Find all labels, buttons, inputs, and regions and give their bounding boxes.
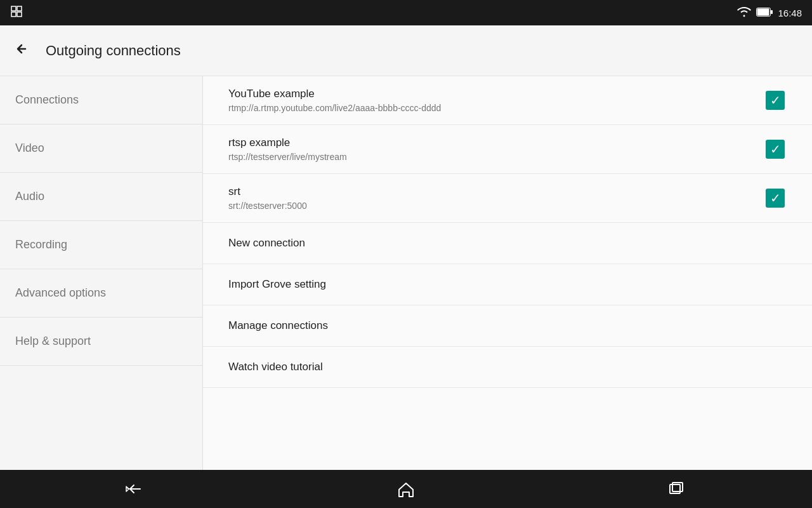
checkbox-youtube[interactable]: ✓ xyxy=(764,89,787,112)
sidebar: Connections Video Audio Recording Advanc… xyxy=(0,76,203,470)
app-notification-icon xyxy=(10,5,23,20)
app-bar: Outgoing connections xyxy=(0,25,812,76)
connection-item-rtsp[interactable]: rtsp example rtsp://testserver/live/myst… xyxy=(203,125,812,174)
connection-url-srt: srt://testserver:5000 xyxy=(228,201,764,211)
action-label-manage-connections: Manage connections xyxy=(228,319,328,332)
sidebar-item-video[interactable]: Video xyxy=(0,124,202,173)
sidebar-label-connections: Connections xyxy=(15,93,79,107)
sidebar-label-advanced-options: Advanced options xyxy=(15,286,106,300)
sidebar-item-help-support[interactable]: Help & support xyxy=(0,318,202,366)
svg-rect-1 xyxy=(17,6,22,11)
nav-home-button[interactable] xyxy=(387,476,425,502)
action-item-import-grove[interactable]: Import Grove setting xyxy=(203,264,812,305)
action-label-import-grove: Import Grove setting xyxy=(228,278,326,291)
connection-item-youtube[interactable]: YouTube example rtmp://a.rtmp.youtube.co… xyxy=(203,76,812,125)
sidebar-label-audio: Audio xyxy=(15,190,44,203)
svg-rect-2 xyxy=(11,12,16,17)
checkbox-checked-youtube: ✓ xyxy=(766,91,785,110)
bottom-nav xyxy=(0,470,812,508)
sidebar-item-advanced-options[interactable]: Advanced options xyxy=(0,269,202,318)
connection-url-rtsp: rtsp://testserver/live/mystream xyxy=(228,152,764,162)
page-title: Outgoing connections xyxy=(46,43,181,59)
connection-info-youtube: YouTube example rtmp://a.rtmp.youtube.co… xyxy=(228,88,764,113)
connection-name-rtsp: rtsp example xyxy=(228,137,764,149)
connection-name-srt: srt xyxy=(228,185,764,198)
checkbox-rtsp[interactable]: ✓ xyxy=(764,138,787,161)
main-layout: Connections Video Audio Recording Advanc… xyxy=(0,76,812,470)
wifi-icon xyxy=(737,7,751,19)
battery-icon xyxy=(756,8,773,18)
nav-back-button[interactable] xyxy=(116,476,154,502)
sidebar-label-recording: Recording xyxy=(15,238,67,251)
action-label-new-connection: New connection xyxy=(228,237,305,250)
checkmark-rtsp: ✓ xyxy=(770,143,781,156)
status-bar-right: 16:48 xyxy=(737,7,802,19)
svg-rect-3 xyxy=(17,12,22,17)
action-item-watch-tutorial[interactable]: Watch video tutorial xyxy=(203,347,812,388)
time-display: 16:48 xyxy=(778,8,802,18)
nav-recent-button[interactable] xyxy=(658,476,696,502)
sidebar-item-recording[interactable]: Recording xyxy=(0,221,202,269)
action-item-manage-connections[interactable]: Manage connections xyxy=(203,305,812,347)
svg-rect-6 xyxy=(771,10,773,14)
svg-rect-0 xyxy=(11,6,16,11)
sidebar-item-audio[interactable]: Audio xyxy=(0,173,202,221)
sidebar-label-help-support: Help & support xyxy=(15,335,91,348)
action-label-watch-tutorial: Watch video tutorial xyxy=(228,361,323,373)
sidebar-label-video: Video xyxy=(15,142,44,155)
connection-info-rtsp: rtsp example rtsp://testserver/live/myst… xyxy=(228,137,764,162)
connection-name-youtube: YouTube example xyxy=(228,88,764,100)
checkmark-youtube: ✓ xyxy=(770,94,781,107)
status-bar-left xyxy=(10,5,23,20)
content-area: YouTube example rtmp://a.rtmp.youtube.co… xyxy=(203,76,812,470)
checkbox-srt[interactable]: ✓ xyxy=(764,187,787,210)
connection-info-srt: srt srt://testserver:5000 xyxy=(228,185,764,211)
sidebar-item-connections[interactable]: Connections xyxy=(0,76,202,124)
svg-rect-5 xyxy=(757,8,769,15)
checkmark-srt: ✓ xyxy=(770,192,781,204)
checkbox-checked-rtsp: ✓ xyxy=(766,140,785,159)
action-item-new-connection[interactable]: New connection xyxy=(203,223,812,264)
connection-item-srt[interactable]: srt srt://testserver:5000 ✓ xyxy=(203,174,812,223)
checkbox-checked-srt: ✓ xyxy=(766,189,785,208)
status-bar: 16:48 xyxy=(0,0,812,25)
back-button[interactable] xyxy=(13,41,30,60)
connection-url-youtube: rtmp://a.rtmp.youtube.com/live2/aaaa-bbb… xyxy=(228,103,764,113)
